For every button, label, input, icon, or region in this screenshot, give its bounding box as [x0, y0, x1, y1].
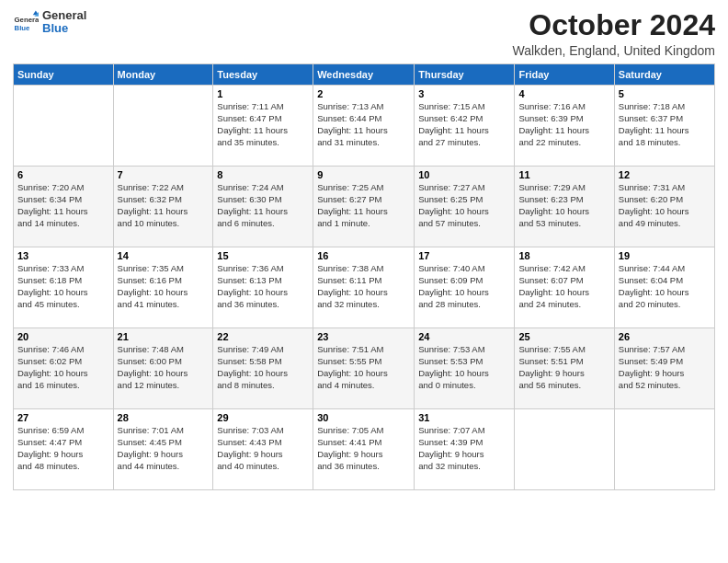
day-number: 14 — [118, 250, 210, 261]
header: General Blue General Blue October 2024 W… — [13, 9, 715, 58]
day-info: Sunrise: 7:33 AM Sunset: 6:18 PM Dayligh… — [17, 263, 109, 310]
calendar-cell — [515, 409, 614, 490]
day-number: 4 — [518, 88, 609, 99]
day-number: 19 — [619, 250, 711, 261]
day-number: 6 — [17, 169, 109, 180]
month-title: October 2024 — [513, 9, 716, 41]
day-info: Sunrise: 7:07 AM Sunset: 4:39 PM Dayligh… — [418, 425, 510, 472]
title-block: October 2024 Walkden, England, United Ki… — [513, 9, 716, 58]
day-info: Sunrise: 7:36 AM Sunset: 6:13 PM Dayligh… — [217, 263, 309, 310]
day-info: Sunrise: 7:31 AM Sunset: 6:20 PM Dayligh… — [619, 182, 711, 229]
day-number: 23 — [317, 331, 410, 342]
day-info: Sunrise: 7:15 AM Sunset: 6:42 PM Dayligh… — [418, 101, 510, 148]
day-number: 15 — [217, 250, 309, 261]
calendar-cell: 30Sunrise: 7:05 AM Sunset: 4:41 PM Dayli… — [313, 409, 415, 490]
col-sunday: Sunday — [14, 64, 114, 86]
day-info: Sunrise: 7:51 AM Sunset: 5:55 PM Dayligh… — [317, 344, 410, 391]
day-info: Sunrise: 7:20 AM Sunset: 6:34 PM Dayligh… — [17, 182, 109, 229]
calendar-cell — [14, 86, 114, 167]
day-number: 20 — [17, 331, 109, 342]
calendar-week-3: 13Sunrise: 7:33 AM Sunset: 6:18 PM Dayli… — [14, 247, 715, 328]
day-number: 30 — [317, 412, 410, 423]
day-info: Sunrise: 7:27 AM Sunset: 6:25 PM Dayligh… — [418, 182, 510, 229]
calendar-week-4: 20Sunrise: 7:46 AM Sunset: 6:02 PM Dayli… — [14, 328, 715, 409]
calendar-cell: 14Sunrise: 7:35 AM Sunset: 6:16 PM Dayli… — [113, 247, 213, 328]
logo-text: General Blue — [42, 9, 86, 36]
col-monday: Monday — [113, 64, 213, 86]
calendar-cell: 18Sunrise: 7:42 AM Sunset: 6:07 PM Dayli… — [515, 247, 614, 328]
calendar-cell: 9Sunrise: 7:25 AM Sunset: 6:27 PM Daylig… — [313, 167, 415, 247]
calendar-cell: 2Sunrise: 7:13 AM Sunset: 6:44 PM Daylig… — [313, 86, 415, 167]
day-info: Sunrise: 7:16 AM Sunset: 6:39 PM Dayligh… — [518, 101, 609, 148]
calendar-cell: 28Sunrise: 7:01 AM Sunset: 4:45 PM Dayli… — [113, 409, 213, 490]
calendar-cell: 29Sunrise: 7:03 AM Sunset: 4:43 PM Dayli… — [213, 409, 313, 490]
day-number: 13 — [17, 250, 109, 261]
calendar-cell: 3Sunrise: 7:15 AM Sunset: 6:42 PM Daylig… — [415, 86, 515, 167]
location: Walkden, England, United Kingdom — [513, 43, 716, 58]
calendar-cell: 11Sunrise: 7:29 AM Sunset: 6:23 PM Dayli… — [515, 167, 614, 247]
col-thursday: Thursday — [415, 64, 515, 86]
day-number: 26 — [619, 331, 711, 342]
day-info: Sunrise: 7:38 AM Sunset: 6:11 PM Dayligh… — [317, 263, 410, 310]
day-info: Sunrise: 7:55 AM Sunset: 5:51 PM Dayligh… — [518, 344, 609, 391]
calendar-cell: 27Sunrise: 6:59 AM Sunset: 4:47 PM Dayli… — [14, 409, 114, 490]
calendar-cell: 16Sunrise: 7:38 AM Sunset: 6:11 PM Dayli… — [313, 247, 415, 328]
calendar-cell: 12Sunrise: 7:31 AM Sunset: 6:20 PM Dayli… — [614, 167, 714, 247]
calendar-cell — [113, 86, 213, 167]
day-number: 22 — [217, 331, 309, 342]
day-info: Sunrise: 7:44 AM Sunset: 6:04 PM Dayligh… — [619, 263, 711, 310]
day-number: 1 — [217, 88, 309, 99]
day-info: Sunrise: 7:13 AM Sunset: 6:44 PM Dayligh… — [317, 101, 410, 148]
day-number: 7 — [118, 169, 210, 180]
col-tuesday: Tuesday — [213, 64, 313, 86]
day-number: 25 — [518, 331, 609, 342]
calendar-week-1: 1Sunrise: 7:11 AM Sunset: 6:47 PM Daylig… — [14, 86, 715, 167]
logo-general: General — [42, 9, 86, 22]
day-number: 27 — [17, 412, 109, 423]
calendar-cell: 25Sunrise: 7:55 AM Sunset: 5:51 PM Dayli… — [515, 328, 614, 409]
day-info: Sunrise: 6:59 AM Sunset: 4:47 PM Dayligh… — [17, 425, 109, 472]
day-info: Sunrise: 7:05 AM Sunset: 4:41 PM Dayligh… — [317, 425, 410, 472]
calendar-cell: 5Sunrise: 7:18 AM Sunset: 6:37 PM Daylig… — [614, 86, 714, 167]
logo-blue: Blue — [42, 22, 86, 35]
day-number: 29 — [217, 412, 309, 423]
day-info: Sunrise: 7:49 AM Sunset: 5:58 PM Dayligh… — [217, 344, 309, 391]
calendar-header-row: Sunday Monday Tuesday Wednesday Thursday… — [14, 64, 715, 86]
day-info: Sunrise: 7:46 AM Sunset: 6:02 PM Dayligh… — [17, 344, 109, 391]
calendar-cell: 7Sunrise: 7:22 AM Sunset: 6:32 PM Daylig… — [113, 167, 213, 247]
calendar-cell: 21Sunrise: 7:48 AM Sunset: 6:00 PM Dayli… — [113, 328, 213, 409]
calendar-cell: 6Sunrise: 7:20 AM Sunset: 6:34 PM Daylig… — [14, 167, 114, 247]
day-number: 24 — [418, 331, 510, 342]
day-info: Sunrise: 7:22 AM Sunset: 6:32 PM Dayligh… — [118, 182, 210, 229]
col-friday: Friday — [515, 64, 614, 86]
calendar-cell: 20Sunrise: 7:46 AM Sunset: 6:02 PM Dayli… — [14, 328, 114, 409]
day-number: 3 — [418, 88, 510, 99]
day-number: 31 — [418, 412, 510, 423]
day-info: Sunrise: 7:42 AM Sunset: 6:07 PM Dayligh… — [518, 263, 609, 310]
day-info: Sunrise: 7:25 AM Sunset: 6:27 PM Dayligh… — [317, 182, 410, 229]
calendar-cell: 13Sunrise: 7:33 AM Sunset: 6:18 PM Dayli… — [14, 247, 114, 328]
calendar-table: Sunday Monday Tuesday Wednesday Thursday… — [13, 63, 715, 490]
calendar-cell: 23Sunrise: 7:51 AM Sunset: 5:55 PM Dayli… — [313, 328, 415, 409]
day-number: 10 — [418, 169, 510, 180]
calendar-cell — [614, 409, 714, 490]
calendar-cell: 24Sunrise: 7:53 AM Sunset: 5:53 PM Dayli… — [415, 328, 515, 409]
col-wednesday: Wednesday — [313, 64, 415, 86]
calendar-cell: 4Sunrise: 7:16 AM Sunset: 6:39 PM Daylig… — [515, 86, 614, 167]
day-info: Sunrise: 7:03 AM Sunset: 4:43 PM Dayligh… — [217, 425, 309, 472]
calendar-cell: 17Sunrise: 7:40 AM Sunset: 6:09 PM Dayli… — [415, 247, 515, 328]
day-number: 12 — [619, 169, 711, 180]
day-number: 5 — [619, 88, 711, 99]
day-info: Sunrise: 7:48 AM Sunset: 6:00 PM Dayligh… — [118, 344, 210, 391]
calendar-cell: 1Sunrise: 7:11 AM Sunset: 6:47 PM Daylig… — [213, 86, 313, 167]
day-number: 21 — [118, 331, 210, 342]
calendar-week-5: 27Sunrise: 6:59 AM Sunset: 4:47 PM Dayli… — [14, 409, 715, 490]
day-info: Sunrise: 7:57 AM Sunset: 5:49 PM Dayligh… — [619, 344, 711, 391]
day-number: 9 — [317, 169, 410, 180]
calendar-cell: 10Sunrise: 7:27 AM Sunset: 6:25 PM Dayli… — [415, 167, 515, 247]
col-saturday: Saturday — [614, 64, 714, 86]
calendar-page: General Blue General Blue October 2024 W… — [0, 0, 728, 563]
day-info: Sunrise: 7:29 AM Sunset: 6:23 PM Dayligh… — [518, 182, 609, 229]
day-info: Sunrise: 7:24 AM Sunset: 6:30 PM Dayligh… — [217, 182, 309, 229]
day-info: Sunrise: 7:40 AM Sunset: 6:09 PM Dayligh… — [418, 263, 510, 310]
